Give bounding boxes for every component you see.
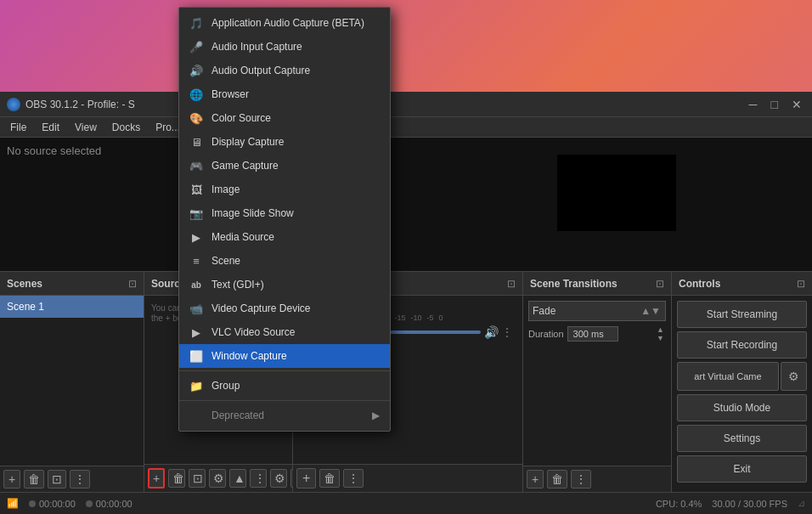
- ctx-item-deprecated-label: Deprecated: [211, 410, 264, 421]
- sources-add-button[interactable]: +: [148, 468, 165, 489]
- ctx-item-window-capture[interactable]: ⬜ Window Capture: [179, 344, 390, 368]
- ctx-item-scene[interactable]: ≡ Scene: [179, 249, 390, 273]
- sources-settings-button[interactable]: ⚙: [209, 469, 226, 488]
- ctx-item-deprecated[interactable]: Deprecated ▶: [179, 404, 390, 427]
- menu-bar: File Edit View Docks Pro...: [0, 117, 812, 138]
- transitions-panel-expand[interactable]: ⊡: [656, 278, 664, 290]
- ctx-item-audio-output[interactable]: 🔊 Audio Output Capture: [179, 59, 390, 82]
- scenes-panel-expand[interactable]: ⊡: [128, 278, 137, 290]
- start-streaming-button[interactable]: Start Streaming: [677, 301, 807, 328]
- scenes-remove-button[interactable]: 🗑: [24, 470, 44, 489]
- ctx-item-media-source-label: Media Source: [211, 231, 274, 243]
- ctx-item-image-slideshow-label: Image Slide Show: [211, 207, 294, 219]
- ctx-item-video-capture[interactable]: 📹 Video Capture Device: [179, 297, 390, 320]
- audio-add-button[interactable]: +: [296, 468, 316, 489]
- sources-clone-button[interactable]: ⊡: [189, 469, 206, 488]
- scenes-add-button[interactable]: +: [3, 470, 20, 489]
- menu-view[interactable]: View: [68, 120, 104, 135]
- bottom-panels: Scenes ⊡ Scene 1 + 🗑 ⊡ ⋮ Sources ⊡ You c…: [0, 271, 812, 492]
- ctx-item-group[interactable]: 📁 Group: [179, 374, 390, 398]
- ctx-item-media-source[interactable]: ▶ Media Source: [179, 225, 390, 249]
- image-slideshow-icon: 📷: [189, 206, 203, 220]
- duration-spinners[interactable]: ▲▼: [657, 326, 664, 342]
- ctx-item-color-source[interactable]: 🎨 Color Source: [179, 106, 390, 130]
- group-icon: 📁: [189, 379, 203, 393]
- status-bars-icon: 📶: [7, 498, 19, 509]
- ctx-separator-2: [179, 400, 390, 401]
- signal-icon: 📶: [7, 498, 19, 509]
- rec-time: 00:00:00: [39, 499, 76, 509]
- minimize-button[interactable]: ─: [746, 98, 761, 111]
- controls-panel-expand[interactable]: ⊡: [797, 278, 805, 290]
- transitions-more-button[interactable]: ⋮: [571, 470, 591, 489]
- audio-more-button[interactable]: ⋮: [502, 326, 512, 338]
- ctx-item-browser[interactable]: 🌐 Browser: [179, 82, 390, 106]
- close-button[interactable]: ✕: [788, 98, 805, 111]
- start-recording-button[interactable]: Start Recording: [677, 331, 807, 359]
- maximize-button[interactable]: □: [768, 98, 781, 111]
- menu-edit[interactable]: Edit: [35, 120, 66, 135]
- audio-more-button2[interactable]: ⋮: [343, 469, 364, 488]
- mute-icon[interactable]: 🔊: [484, 325, 499, 339]
- meter-label-6: -10: [411, 313, 422, 322]
- menu-file[interactable]: File: [3, 120, 33, 135]
- sources-up-button[interactable]: ▲: [229, 469, 246, 488]
- ctx-item-text-gdi[interactable]: ab Text (GDI+): [179, 273, 390, 297]
- sources-more1-button[interactable]: ⋮: [250, 469, 267, 488]
- status-bar: 📶 00:00:00 00:00:00 CPU: 0.4% 30.00 / 30…: [0, 492, 812, 514]
- ctx-item-app-audio-label: Application Audio Capture (BETA): [211, 17, 364, 29]
- deprecated-arrow: ▶: [372, 410, 380, 421]
- ctx-item-image[interactable]: 🖼 Image: [179, 178, 390, 201]
- sources-filter-button[interactable]: ⚙: [270, 469, 287, 488]
- fade-select[interactable]: Fade: [528, 301, 666, 321]
- window-capture-icon: ⬜: [189, 349, 203, 363]
- ctx-item-window-capture-label: Window Capture: [211, 350, 287, 362]
- studio-mode-button[interactable]: Studio Mode: [677, 394, 807, 421]
- scenes-clone-button[interactable]: ⊡: [48, 470, 66, 489]
- transitions-toolbar: + 🗑 ⋮: [523, 466, 671, 492]
- transitions-panel: Scene Transitions ⊡ Fade ▲▼ Duration ▲▼: [523, 272, 672, 492]
- scenes-toolbar: + 🗑 ⊡ ⋮: [0, 466, 144, 492]
- transitions-add-button[interactable]: +: [527, 470, 544, 489]
- resize-handle[interactable]: ⊿: [798, 498, 805, 509]
- scenes-more-button[interactable]: ⋮: [70, 470, 90, 489]
- transitions-content: Fade ▲▼ Duration ▲▼: [523, 296, 671, 466]
- virtual-cam-row: art Virtual Came ⚙: [677, 362, 807, 391]
- preview-area: No source selected: [0, 138, 812, 271]
- app-audio-icon: 🎵: [189, 16, 203, 30]
- scenes-panel: Scenes ⊡ Scene 1 + 🗑 ⊡ ⋮: [0, 272, 144, 492]
- ctx-item-browser-label: Browser: [211, 88, 249, 100]
- ctx-item-app-audio[interactable]: 🎵 Application Audio Capture (BETA): [179, 11, 390, 35]
- audio-remove-button[interactable]: 🗑: [319, 469, 340, 488]
- audio-toolbar: + 🗑 ⋮: [293, 464, 522, 492]
- ctx-item-game-capture[interactable]: 🎮 Game Capture: [179, 154, 390, 178]
- transitions-panel-header: Scene Transitions ⊡: [523, 272, 671, 296]
- stream-indicator: [86, 500, 93, 507]
- transitions-remove-button[interactable]: 🗑: [547, 470, 567, 489]
- status-bar-right: CPU: 0.4% 30.00 / 30.00 FPS ⊿: [656, 498, 805, 509]
- sources-remove-button[interactable]: 🗑: [168, 469, 185, 488]
- ctx-item-vlc[interactable]: ▶ VLC Video Source: [179, 320, 390, 344]
- start-virtual-cam-button[interactable]: art Virtual Came: [677, 362, 779, 391]
- obs-logo: [7, 98, 20, 111]
- window-controls: ─ □ ✕: [746, 98, 805, 111]
- controls-panel: Controls ⊡ Start Streaming Start Recordi…: [672, 272, 812, 492]
- ctx-item-color-source-label: Color Source: [211, 112, 271, 124]
- transitions-panel-title: Scene Transitions: [530, 278, 652, 290]
- controls-content: Start Streaming Start Recording art Virt…: [672, 296, 812, 492]
- ctx-item-display-capture-label: Display Capture: [211, 136, 284, 148]
- context-menu: 🎵 Application Audio Capture (BETA) 🎤 Aud…: [178, 7, 391, 432]
- duration-input[interactable]: [567, 326, 618, 342]
- meter-label-8: 0: [439, 313, 443, 322]
- settings-button[interactable]: Settings: [677, 425, 807, 452]
- audio-panel-expand[interactable]: ⊡: [507, 278, 516, 290]
- virtual-cam-settings-button[interactable]: ⚙: [781, 362, 807, 391]
- menu-docks[interactable]: Docks: [105, 120, 147, 135]
- ctx-item-image-slideshow[interactable]: 📷 Image Slide Show: [179, 201, 390, 225]
- ctx-item-display-capture[interactable]: 🖥 Display Capture: [179, 130, 390, 154]
- ctx-item-text-gdi-label: Text (GDI+): [211, 279, 264, 291]
- scene-item-1[interactable]: Scene 1: [0, 296, 144, 318]
- main-content: No source selected Scenes ⊡ Scene 1 + 🗑 …: [0, 138, 812, 492]
- ctx-item-audio-input[interactable]: 🎤 Audio Input Capture: [179, 35, 390, 59]
- exit-button[interactable]: Exit: [677, 455, 807, 483]
